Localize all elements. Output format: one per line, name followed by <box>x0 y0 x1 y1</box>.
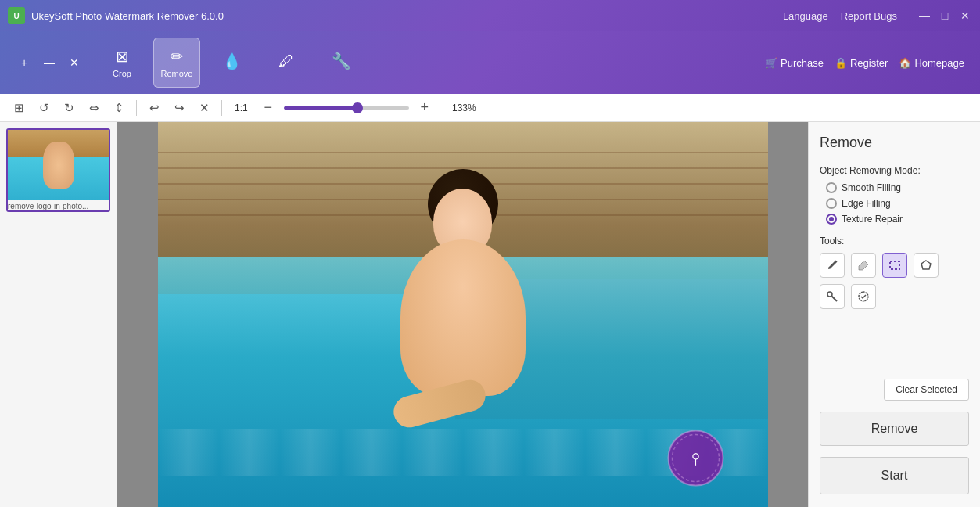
svg-point-5 <box>827 292 832 297</box>
remove-tool-button[interactable]: ✏ Remove <box>153 38 200 88</box>
homepage-label[interactable]: Homepage <box>914 57 964 69</box>
zoom-percent-label: 133% <box>445 102 476 113</box>
zoom-slider-container: − + <box>257 97 436 119</box>
titlebar-right: Language Report Bugs — □ ✕ <box>783 9 972 23</box>
edge-filling-label: Edge Filling <box>842 198 891 209</box>
svg-rect-3 <box>890 261 899 269</box>
fill-icon: 💧 <box>222 52 242 70</box>
close-button[interactable]: ✕ <box>958 9 972 23</box>
logo-text: U <box>13 12 19 20</box>
brush-icon: 🖊 <box>278 52 294 70</box>
texture-radio-circle <box>826 214 837 225</box>
object-removing-section: Object Removing Mode: Smooth Filling Edg… <box>820 165 969 225</box>
thumbnail-image <box>8 130 109 200</box>
second-toolbar: ⊞ ↺ ↻ ⇔ ⇕ ↩ ↪ ✕ 1:1 − + 133% <box>0 94 980 122</box>
toolbar-sep-1 <box>136 100 137 116</box>
homepage-nav[interactable]: 🏠 Homepage <box>899 57 964 69</box>
left-panel: remove-logo-in-photo... <box>0 122 117 507</box>
person-body <box>400 239 526 396</box>
grid-view-button[interactable]: ⊞ <box>8 97 30 119</box>
redo-button[interactable]: ↪ <box>168 97 190 119</box>
top-nav-right: 🛒 Purchase 🔒 Register 🏠 Homepage <box>765 57 964 69</box>
smart-select-tool[interactable] <box>851 284 876 309</box>
remove-button[interactable]: Remove <box>820 412 969 446</box>
minimize-panel-button[interactable]: — <box>41 54 58 71</box>
report-bugs-button[interactable]: Report Bugs <box>841 10 897 22</box>
texture-repair-label: Texture Repair <box>842 214 903 225</box>
cancel-button[interactable]: ✕ <box>193 97 215 119</box>
start-button[interactable]: Start <box>820 457 969 494</box>
toolbar-sep-2 <box>221 100 222 116</box>
pool-background: ♀ <box>158 122 768 507</box>
zoom-in-button[interactable]: + <box>414 97 436 119</box>
purchase-nav[interactable]: 🛒 Purchase <box>765 57 824 69</box>
smooth-filling-label: Smooth Filling <box>842 182 901 193</box>
edge-filling-radio[interactable]: Edge Filling <box>826 198 969 209</box>
flip-horizontal-button[interactable]: ⇔ <box>83 97 105 119</box>
canvas-area[interactable]: ♀ <box>117 122 808 507</box>
register-icon: 🔒 <box>835 57 847 69</box>
photo-canvas: ♀ <box>158 122 768 507</box>
zoom-slider[interactable] <box>284 106 409 110</box>
zoom-out-button[interactable]: − <box>257 97 279 119</box>
object-removing-label: Object Removing Mode: <box>820 165 969 176</box>
register-nav[interactable]: 🔒 Register <box>835 57 888 69</box>
edge-radio-circle <box>826 198 837 209</box>
app-title: UkeySoft Photo Watermark Remover 6.0.0 <box>31 10 783 22</box>
rotate-right-button[interactable]: ↻ <box>58 97 80 119</box>
maximize-button[interactable]: □ <box>938 9 952 23</box>
magic-wand-tool[interactable] <box>820 284 845 309</box>
window-controls-left: + — ✕ <box>16 54 83 71</box>
remove-icon: ✏ <box>171 47 184 66</box>
brush-tool-button[interactable]: 🖊 <box>263 38 310 88</box>
thumbnail-item[interactable]: remove-logo-in-photo... <box>6 128 110 212</box>
app-logo: U <box>8 7 25 24</box>
tools-label: Tools: <box>820 236 969 246</box>
svg-marker-4 <box>921 261 931 269</box>
language-button[interactable]: Language <box>783 10 828 22</box>
title-bar: U UkeySoft Photo Watermark Remover 6.0.0… <box>0 0 980 31</box>
watermark-symbol: ♀ <box>666 429 725 487</box>
flip-vertical-button[interactable]: ⇕ <box>108 97 130 119</box>
thumbnail-label: remove-logo-in-photo... <box>8 202 109 210</box>
smooth-filling-radio[interactable]: Smooth Filling <box>826 182 969 193</box>
zoom-ratio-label: 1:1 <box>235 102 248 113</box>
crop-label: Crop <box>113 69 131 78</box>
picker-icon: 🔧 <box>332 52 351 70</box>
poly-select-tool[interactable] <box>914 253 939 278</box>
right-panel: Remove Object Removing Mode: Smooth Fill… <box>808 122 980 507</box>
texture-repair-radio[interactable]: Texture Repair <box>826 214 969 225</box>
window-controls: — □ ✕ <box>917 9 972 23</box>
tools-section: Tools: <box>820 236 969 309</box>
top-toolbar: + — ✕ ⊠ Crop ✏ Remove 💧 🖊 🔧 🛒 Purchase 🔒… <box>0 31 980 94</box>
purchase-icon: 🛒 <box>765 57 777 69</box>
clear-selected-button[interactable]: Clear Selected <box>884 379 969 401</box>
homepage-icon: 🏠 <box>899 57 911 69</box>
register-label[interactable]: Register <box>850 57 888 69</box>
svg-text:♀: ♀ <box>687 445 705 471</box>
svg-line-6 <box>832 297 838 302</box>
minimize-button[interactable]: — <box>917 9 932 23</box>
mode-radio-group: Smooth Filling Edge Filling Texture Repa… <box>826 182 969 225</box>
smooth-radio-circle <box>826 182 837 193</box>
rotate-left-button[interactable]: ↺ <box>33 97 55 119</box>
main-content: remove-logo-in-photo... <box>0 122 980 507</box>
tools-grid <box>820 253 969 309</box>
add-file-button[interactable]: + <box>16 54 33 71</box>
fill-tool-button[interactable]: 💧 <box>208 38 255 88</box>
remove-label: Remove <box>161 69 193 78</box>
close-panel-button[interactable]: ✕ <box>66 54 83 71</box>
spacer <box>820 320 969 368</box>
rect-select-tool[interactable] <box>882 253 907 278</box>
crop-icon: ⊠ <box>116 47 129 66</box>
purchase-label[interactable]: Purchase <box>781 57 824 69</box>
pencil-tool[interactable] <box>820 253 845 278</box>
crop-tool-button[interactable]: ⊠ Crop <box>99 38 145 88</box>
eraser-tool[interactable] <box>851 253 876 278</box>
picker-tool-button[interactable]: 🔧 <box>318 38 364 88</box>
panel-title: Remove <box>820 135 969 151</box>
person-figure <box>377 169 549 498</box>
undo-button[interactable]: ↩ <box>143 97 165 119</box>
